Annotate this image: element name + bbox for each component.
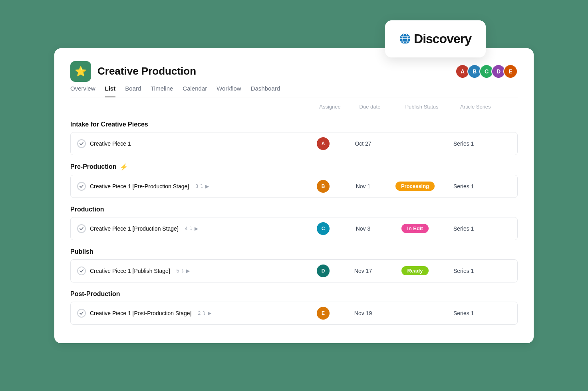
task-assignee: B bbox=[303, 180, 343, 193]
task-series: Series 1 bbox=[447, 268, 511, 274]
section-pre-production-title: Pre-Production ⚡ bbox=[70, 163, 518, 171]
assignee-avatar: B bbox=[317, 180, 330, 193]
main-panel: ⭐ Creative Production A B C D E Overview… bbox=[54, 48, 534, 343]
task-left: Creative Piece 1 [Pre-Production Stage] … bbox=[77, 182, 303, 191]
tab-calendar[interactable]: Calendar bbox=[183, 85, 207, 97]
task-assignee: E bbox=[303, 307, 343, 320]
check-icon bbox=[77, 182, 86, 191]
task-left: Creative Piece 1 [Publish Stage] 5 ⤵ ▶ bbox=[77, 267, 303, 275]
subtask-icon: ⤵ bbox=[190, 226, 192, 231]
col-article-series: Article Series bbox=[454, 104, 518, 110]
task-assignee: D bbox=[303, 265, 343, 277]
task-meta: 5 ⤵ ▶ bbox=[177, 268, 190, 274]
check-icon bbox=[77, 139, 86, 148]
subtask-icon: ⤵ bbox=[201, 184, 203, 189]
section-intake-title: Intake for Creative Pieces bbox=[70, 121, 518, 128]
task-left: Creative Piece 1 bbox=[77, 139, 303, 148]
check-icon bbox=[77, 224, 86, 233]
assignee-avatar: D bbox=[317, 265, 330, 277]
lightning-icon: ⚡ bbox=[120, 163, 128, 171]
app-icon: ⭐ bbox=[70, 61, 91, 82]
section-intake: Intake for Creative Pieces Creative Piec… bbox=[70, 121, 518, 155]
section-production: Production Creative Piece 1 [Production … bbox=[70, 206, 518, 240]
task-due-date: Nov 19 bbox=[343, 310, 383, 316]
assignee-avatar: E bbox=[317, 307, 330, 320]
task-status: Processing bbox=[383, 182, 447, 191]
expand-icon[interactable]: ▶ bbox=[195, 226, 198, 231]
task-assignee: A bbox=[303, 137, 343, 150]
avatar-5: E bbox=[503, 64, 518, 79]
task-left: Creative Piece 1 [Post-Production Stage]… bbox=[77, 309, 303, 318]
assignee-avatar: A bbox=[317, 137, 330, 150]
task-assignee: C bbox=[303, 222, 343, 235]
task-name: Creative Piece 1 [Publish Stage] bbox=[90, 268, 170, 274]
table-row[interactable]: Creative Piece 1 [Publish Stage] 5 ⤵ ▶ D… bbox=[70, 259, 518, 282]
page-header: ⭐ Creative Production A B C D E bbox=[70, 61, 518, 82]
expand-icon[interactable]: ▶ bbox=[186, 268, 190, 274]
discovery-card: Discovery bbox=[385, 20, 486, 57]
discovery-label: Discovery bbox=[414, 32, 471, 46]
star-icon: ⭐ bbox=[75, 66, 87, 77]
nav-tabs: Overview List Board Timeline Calendar Wo… bbox=[70, 85, 518, 97]
task-status: In Edit bbox=[383, 224, 447, 233]
page-wrapper: Discovery ⭐ Creative Production A B C D … bbox=[54, 48, 534, 343]
section-publish-title: Publish bbox=[70, 248, 518, 255]
team-avatars: A B C D E bbox=[455, 64, 518, 79]
tab-workflow[interactable]: Workflow bbox=[217, 85, 241, 97]
task-meta: 3 ⤵ ▶ bbox=[195, 184, 209, 189]
task-series: Series 1 bbox=[447, 225, 511, 232]
section-post-production-title: Post-Production bbox=[70, 290, 518, 298]
tab-timeline[interactable]: Timeline bbox=[151, 85, 173, 97]
status-badge: Ready bbox=[401, 266, 428, 275]
header-left: ⭐ Creative Production bbox=[70, 61, 196, 82]
subtask-icon: ⤵ bbox=[203, 310, 205, 316]
tab-list[interactable]: List bbox=[105, 85, 116, 97]
task-name: Creative Piece 1 [Production Stage] bbox=[90, 225, 179, 232]
tab-board[interactable]: Board bbox=[125, 85, 141, 97]
tab-overview[interactable]: Overview bbox=[70, 85, 95, 97]
expand-icon[interactable]: ▶ bbox=[205, 184, 209, 189]
table-header: Assignee Due date Publish Status Article… bbox=[70, 97, 518, 113]
section-production-title: Production bbox=[70, 206, 518, 213]
section-pre-production: Pre-Production ⚡ Creative Piece 1 [Pre-P… bbox=[70, 163, 518, 198]
col-publish-status: Publish Status bbox=[390, 104, 454, 110]
project-title: Creative Production bbox=[97, 65, 196, 77]
expand-icon[interactable]: ▶ bbox=[208, 310, 211, 316]
task-name: Creative Piece 1 [Post-Production Stage] bbox=[90, 310, 191, 316]
check-icon bbox=[77, 309, 86, 318]
task-due-date: Nov 3 bbox=[343, 225, 383, 232]
col-task bbox=[70, 104, 310, 110]
table-row[interactable]: Creative Piece 1 [Pre-Production Stage] … bbox=[70, 175, 518, 198]
task-name: Creative Piece 1 [Pre-Production Stage] bbox=[90, 183, 189, 190]
section-publish: Publish Creative Piece 1 [Publish Stage]… bbox=[70, 248, 518, 282]
task-series: Series 1 bbox=[447, 183, 511, 190]
tab-dashboard[interactable]: Dashboard bbox=[251, 85, 280, 97]
globe-icon bbox=[399, 33, 411, 44]
table-row[interactable]: Creative Piece 1 [Post-Production Stage]… bbox=[70, 302, 518, 325]
task-meta: 4 ⤵ ▶ bbox=[185, 226, 199, 231]
table-row[interactable]: Creative Piece 1 [Production Stage] 4 ⤵ … bbox=[70, 217, 518, 240]
task-name: Creative Piece 1 bbox=[90, 140, 131, 147]
task-due-date: Nov 1 bbox=[343, 183, 383, 190]
task-meta: 2 ⤵ ▶ bbox=[198, 310, 211, 316]
status-badge: In Edit bbox=[401, 224, 429, 233]
task-series: Series 1 bbox=[447, 310, 511, 316]
table-row[interactable]: Creative Piece 1 A Oct 27 Series 1 bbox=[70, 132, 518, 155]
section-post-production: Post-Production Creative Piece 1 [Post-P… bbox=[70, 290, 518, 325]
check-icon bbox=[77, 267, 86, 275]
task-series: Series 1 bbox=[447, 140, 511, 147]
col-due-date: Due date bbox=[350, 104, 390, 110]
col-assignee: Assignee bbox=[310, 104, 350, 110]
subtask-icon: ⤵ bbox=[181, 268, 184, 274]
task-due-date: Oct 27 bbox=[343, 140, 383, 147]
task-status: Ready bbox=[383, 266, 447, 275]
status-badge: Processing bbox=[395, 182, 435, 191]
task-due-date: Nov 17 bbox=[343, 268, 383, 274]
assignee-avatar: C bbox=[317, 222, 330, 235]
task-left: Creative Piece 1 [Production Stage] 4 ⤵ … bbox=[77, 224, 303, 233]
